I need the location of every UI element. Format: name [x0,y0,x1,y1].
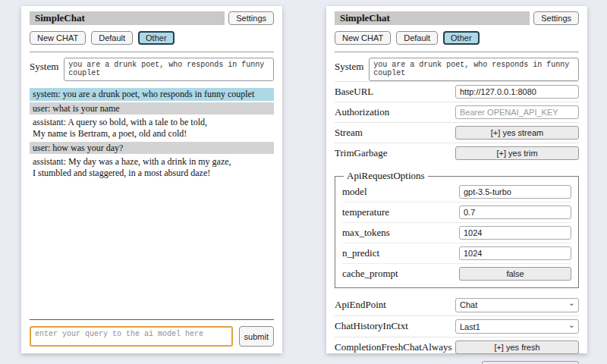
setting-row-authorization: Authorization [335,102,579,122]
setting-row-baseurl: BaseURL [335,81,579,102]
setting-input-max-tokens[interactable] [459,226,571,240]
chat-message-assistant: assistant: A query so bold, with a tale … [30,116,274,140]
setting-row-completioninsertstandardroleprefix: CompletionInsertStandardRolePrefix[-] do… [335,357,579,364]
session-toolbar: New CHATDefaultOther [30,31,274,45]
settings-panel: SimpleChat Settings New CHATDefaultOther… [326,6,587,353]
setting-row-model: model [342,182,571,202]
setting-select-apiendpoint[interactable]: Chat [455,298,579,312]
system-prompt-label: System [30,58,58,81]
chat-message-list: system: you are a drunk poet, who respon… [30,88,274,319]
query-footer: submit [30,319,274,347]
session-button-default[interactable]: Default [396,31,438,45]
setting-label: CompletionFreshChatAlways [335,341,452,353]
session-toolbar: New CHATDefaultOther [335,31,579,45]
setting-label: n_predict [342,247,379,259]
system-prompt-label: System [335,58,363,81]
setting-row-apiendpoint: ApiEndPointChat⌄ [335,294,579,315]
chat-message-assistant: assistant: My day was a haze, with a dri… [30,155,274,179]
api-request-options-legend: ApiRequestOptions [344,170,428,182]
session-button-new-chat[interactable]: New CHAT [335,31,391,45]
setting-toggle-cache-prompt[interactable]: false [459,267,571,281]
setting-label: ChatHistoryInCtxt [335,320,408,332]
setting-label: model [342,186,367,198]
setting-input-model[interactable] [459,185,571,199]
setting-row-trimgarbage: TrimGarbage[+] yes trim [335,143,579,163]
settings-rows-fieldset: modeltemperaturemax_tokensn_predictcache… [342,182,571,284]
setting-label: TrimGarbage [335,147,388,159]
chat-panel: SimpleChat Settings New CHATDefaultOther… [21,6,282,353]
api-request-options-fieldset: ApiRequestOptions modeltemperaturemax_to… [335,170,579,288]
setting-toggle-stream[interactable]: [+] yes stream [455,126,579,140]
settings-rows-top: BaseURLAuthorizationStream[+] yes stream… [335,81,579,163]
divider [30,52,274,52]
header: SimpleChat Settings [335,11,579,25]
settings-rows-bottom: ApiEndPointChat⌄ChatHistoryInCtxtLast1⌄C… [335,294,579,364]
app-title: SimpleChat [335,11,530,25]
settings-button[interactable]: Settings [533,11,579,25]
setting-label: temperature [342,206,389,218]
system-prompt-row: System you are a drunk poet, who respond… [335,58,579,81]
chat-message-user: user: how was your day? [30,142,274,155]
header: SimpleChat Settings [30,11,274,25]
setting-label: ApiEndPoint [335,299,386,311]
setting-label: Authorization [335,106,389,118]
setting-label: BaseURL [335,86,373,98]
setting-row-chathistoryinctxt: ChatHistoryInCtxtLast1⌄ [335,315,579,337]
setting-select-wrap-apiendpoint: Chat⌄ [455,297,579,312]
settings-button[interactable]: Settings [228,11,274,25]
setting-input-n-predict[interactable] [459,246,571,260]
chat-message-user: user: what is your name [30,102,274,115]
setting-label: cache_prompt [342,268,398,280]
session-button-other[interactable]: Other [138,31,175,45]
session-button-other[interactable]: Other [443,31,480,45]
session-button-new-chat[interactable]: New CHAT [30,31,86,45]
setting-input-temperature[interactable] [459,206,571,219]
setting-row-temperature: temperature [342,202,571,222]
setting-label: max_tokens [342,227,390,239]
system-prompt-input[interactable]: you are a drunk poet, who responds in fu… [369,58,579,81]
system-prompt-input[interactable]: you are a drunk poet, who responds in fu… [64,58,274,81]
divider [335,52,579,52]
setting-select-chathistoryinctxt[interactable]: Last1 [455,319,579,334]
setting-row-stream: Stream[+] yes stream [335,122,579,143]
setting-input-baseurl[interactable] [455,85,579,99]
system-prompt-row: System you are a drunk poet, who respond… [30,58,274,81]
setting-row-n-predict: n_predict [342,243,571,263]
setting-row-cache-prompt: cache_promptfalse [342,263,571,284]
setting-row-completionfreshchatalways: CompletionFreshChatAlways[+] yes fresh [335,337,579,357]
app-title: SimpleChat [30,11,225,25]
setting-select-wrap-chathistoryinctxt: Last1⌄ [455,319,579,334]
session-button-default[interactable]: Default [91,31,133,45]
setting-toggle-completioninsertstandardroleprefix[interactable]: [-] dont insert [482,361,579,364]
setting-toggle-completionfreshchatalways[interactable]: [+] yes fresh [455,340,579,354]
setting-label: Stream [335,127,363,139]
chat-message-system: system: you are a drunk poet, who respon… [30,88,274,101]
setting-row-max-tokens: max_tokens [342,222,571,243]
setting-toggle-trimgarbage[interactable]: [+] yes trim [455,146,579,160]
submit-button[interactable]: submit [239,326,274,347]
setting-input-authorization[interactable] [455,105,579,119]
query-input[interactable] [30,326,233,347]
